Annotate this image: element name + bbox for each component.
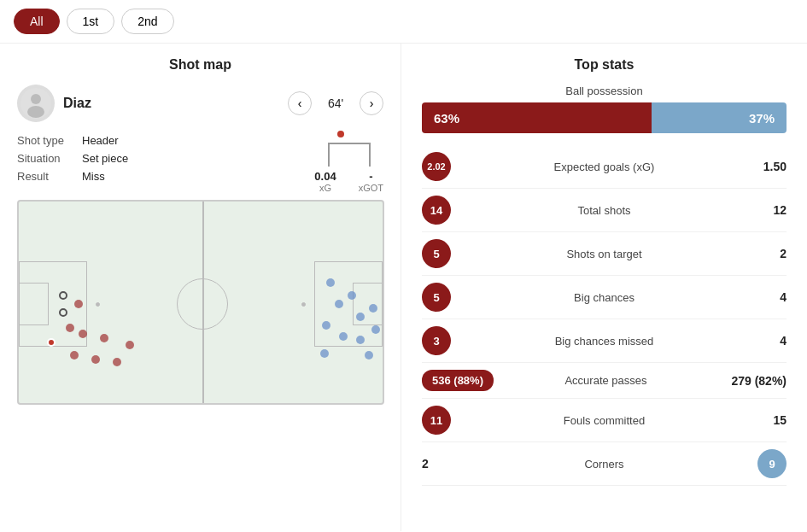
stat-row-sot: 5 Shots on target 2: [422, 232, 787, 276]
shot-dot: [322, 321, 330, 330]
xgot-label: xGOT: [359, 183, 383, 193]
badge-fouls-left: 11: [422, 406, 451, 435]
stat-left-corners: 2: [422, 457, 490, 471]
stat-left-xg: 2.02: [422, 152, 490, 181]
shot-dot: [371, 325, 380, 334]
stat-row-bcm: 3 Big chances missed 4: [422, 319, 787, 363]
player-name: Diaz: [63, 96, 279, 111]
stat-left-sot: 5: [422, 239, 490, 268]
shot-dot: [59, 308, 67, 317]
prev-shot-button[interactable]: ‹: [288, 91, 312, 115]
shot-dot: [66, 324, 74, 332]
badge-shots-left: 14: [422, 196, 451, 225]
badge-sot-left: 5: [422, 239, 451, 268]
badge-corners-right: 9: [757, 449, 787, 478]
possession-bar: 63% 37%: [422, 102, 787, 133]
selected-shot-dot: [47, 338, 56, 347]
shot-minute: 64': [320, 96, 351, 110]
shot-dot: [348, 291, 356, 300]
stat-label-bc: Big chances: [490, 291, 718, 304]
svg-point-2: [27, 106, 44, 118]
xg-label: xG: [314, 183, 336, 193]
result-label: Result: [17, 170, 77, 183]
possession-right: 37%: [652, 102, 787, 133]
possession-left: 63%: [422, 102, 652, 133]
stat-label-bcm: Big chances missed: [490, 335, 718, 348]
shot-dot: [100, 334, 108, 342]
pitch: [17, 200, 384, 405]
shot-dot: [335, 300, 343, 308]
top-stats-title: Top stats: [422, 57, 787, 73]
stat-row-big-chances: 5 Big chances 4: [422, 276, 787, 319]
stat-label-passes: Accurate passes: [494, 374, 718, 387]
result-value: Miss: [82, 170, 105, 183]
stat-label-sot: Shots on target: [490, 248, 718, 260]
badge-bcm-left: 3: [422, 326, 451, 355]
stat-right-fouls: 15: [718, 413, 787, 427]
xgot-dash: -: [359, 170, 383, 183]
player-row: Diaz ‹ 64' ›: [17, 85, 383, 122]
stat-row-corners: 2 Corners 9: [422, 442, 787, 486]
stat-right-shots: 12: [718, 203, 787, 217]
shot-dot: [70, 351, 79, 360]
shot-dot: [339, 332, 348, 341]
xg-value: 0.04: [314, 170, 336, 183]
stat-label-corners: Corners: [490, 458, 718, 471]
stat-right-xg: 1.50: [718, 160, 787, 173]
center-circle: [177, 278, 228, 330]
situation-value: Set piece: [82, 152, 128, 165]
stat-right-corners: 9: [718, 449, 787, 478]
shot-dot: [356, 336, 365, 344]
stat-left-shots: 14: [422, 196, 490, 225]
stat-row-passes: 536 (88%) Accurate passes 279 (82%): [422, 363, 787, 399]
left-pen-spot: [96, 302, 100, 307]
stat-right-sot: 2: [718, 247, 787, 260]
tab-1st[interactable]: 1st: [67, 9, 115, 34]
shot-map-panel: Shot map Diaz ‹ 64' › Shot type Header: [0, 44, 401, 531]
badge-passes-left: 536 (88%): [422, 370, 494, 391]
shot-dot: [91, 355, 100, 364]
stat-left-passes: 536 (88%): [422, 370, 494, 391]
shot-dot: [365, 351, 373, 360]
shot-dot: [126, 341, 134, 349]
shot-dot: [59, 291, 67, 300]
tabs-bar: All 1st 2nd: [0, 0, 807, 44]
stat-left-bcm: 3: [422, 326, 490, 355]
main-layout: Shot map Diaz ‹ 64' › Shot type Header: [0, 44, 807, 531]
shot-dot: [356, 313, 365, 321]
shot-dot: [79, 330, 87, 338]
shot-map-title: Shot map: [17, 57, 383, 73]
stat-right-bcm: 4: [718, 334, 787, 348]
shot-type-label: Shot type: [17, 134, 77, 147]
tab-all[interactable]: All: [14, 9, 60, 34]
shot-dot: [113, 358, 121, 366]
next-shot-button[interactable]: ›: [360, 91, 383, 115]
right-pen-spot: [301, 302, 306, 307]
shot-details: Shot type Header Situation Set piece Res…: [17, 134, 272, 188]
situation-label: Situation: [17, 152, 77, 165]
stat-right-passes: 279 (82%): [718, 374, 787, 388]
tab-2nd[interactable]: 2nd: [121, 9, 173, 34]
avatar: [17, 85, 55, 122]
shot-dot: [369, 304, 377, 313]
badge-xg-left: 2.02: [422, 152, 451, 181]
shot-dot: [326, 278, 335, 287]
possession-label: Ball possession: [422, 85, 787, 97]
left-goal-box: [19, 283, 49, 325]
shot-dot: [74, 300, 83, 308]
stat-row-xg: 2.02 Expected goals (xG) 1.50: [422, 145, 787, 189]
stat-left-fouls: 11: [422, 406, 490, 435]
stat-label-shots: Total shots: [490, 204, 718, 217]
stat-row-total-shots: 14 Total shots 12: [422, 189, 787, 232]
shot-type-value: Header: [82, 134, 119, 147]
badge-bc-left: 5: [422, 283, 451, 312]
stat-right-bc: 4: [718, 290, 787, 304]
stat-row-fouls: 11 Fouls committed 15: [422, 399, 787, 442]
top-stats-panel: Top stats Ball possession 63% 37% 2.02 E…: [401, 44, 807, 531]
shot-dot: [320, 349, 329, 358]
stat-label-fouls: Fouls committed: [490, 414, 718, 427]
svg-point-1: [31, 94, 41, 104]
stat-left-bc: 5: [422, 283, 490, 312]
stat-label-xg: Expected goals (xG): [490, 161, 718, 173]
